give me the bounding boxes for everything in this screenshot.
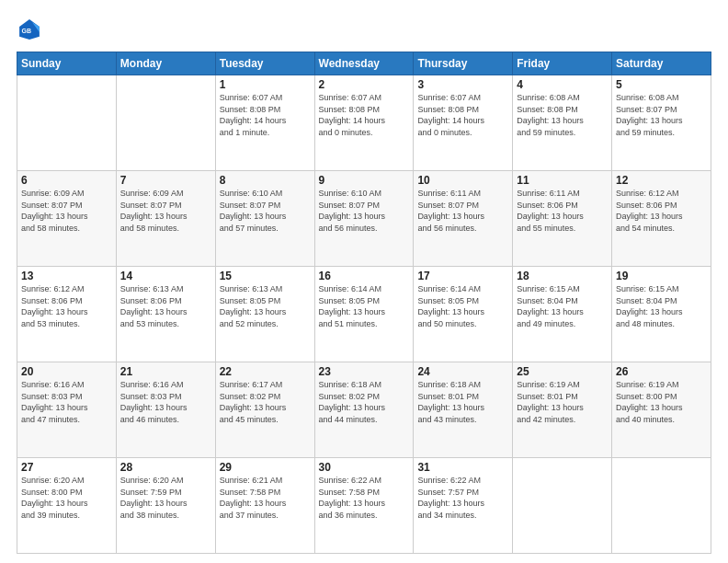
calendar-cell: 31Sunrise: 6:22 AM Sunset: 7:57 PM Dayli… bbox=[414, 458, 513, 554]
calendar-cell bbox=[612, 458, 711, 554]
calendar-cell: 6Sunrise: 6:09 AM Sunset: 8:07 PM Daylig… bbox=[17, 171, 117, 267]
calendar-cell: 8Sunrise: 6:10 AM Sunset: 8:07 PM Daylig… bbox=[215, 171, 314, 267]
day-number: 5 bbox=[616, 78, 707, 91]
calendar-cell: 1Sunrise: 6:07 AM Sunset: 8:08 PM Daylig… bbox=[215, 75, 314, 171]
day-number: 23 bbox=[319, 365, 410, 378]
cell-info: Sunrise: 6:20 AM Sunset: 8:00 PM Dayligh… bbox=[21, 475, 112, 521]
cell-info: Sunrise: 6:18 AM Sunset: 8:02 PM Dayligh… bbox=[319, 379, 410, 425]
cell-info: Sunrise: 6:22 AM Sunset: 7:58 PM Dayligh… bbox=[319, 475, 410, 521]
calendar-cell bbox=[513, 458, 612, 554]
day-number: 27 bbox=[21, 461, 112, 474]
calendar-cell: 17Sunrise: 6:14 AM Sunset: 8:05 PM Dayli… bbox=[414, 267, 513, 362]
calendar-cell: 29Sunrise: 6:21 AM Sunset: 7:58 PM Dayli… bbox=[215, 458, 314, 554]
day-number: 25 bbox=[517, 365, 608, 378]
calendar-cell: 10Sunrise: 6:11 AM Sunset: 8:07 PM Dayli… bbox=[414, 171, 513, 267]
cell-info: Sunrise: 6:22 AM Sunset: 7:57 PM Dayligh… bbox=[417, 475, 508, 521]
weekday-thursday: Thursday bbox=[414, 52, 513, 75]
day-number: 16 bbox=[319, 270, 410, 282]
cell-info: Sunrise: 6:13 AM Sunset: 8:05 PM Dayligh… bbox=[220, 283, 311, 329]
svg-text:GB: GB bbox=[21, 28, 30, 34]
cell-info: Sunrise: 6:07 AM Sunset: 8:08 PM Dayligh… bbox=[417, 92, 508, 138]
calendar-cell: 26Sunrise: 6:19 AM Sunset: 8:00 PM Dayli… bbox=[612, 362, 711, 458]
cell-info: Sunrise: 6:08 AM Sunset: 8:07 PM Dayligh… bbox=[616, 92, 707, 138]
cell-info: Sunrise: 6:15 AM Sunset: 8:04 PM Dayligh… bbox=[616, 283, 707, 329]
day-number: 7 bbox=[120, 174, 211, 187]
day-number: 13 bbox=[21, 270, 112, 282]
calendar-cell: 12Sunrise: 6:12 AM Sunset: 8:06 PM Dayli… bbox=[612, 171, 711, 267]
cell-info: Sunrise: 6:07 AM Sunset: 8:08 PM Dayligh… bbox=[220, 92, 311, 138]
day-number: 15 bbox=[220, 270, 311, 282]
cell-info: Sunrise: 6:11 AM Sunset: 8:07 PM Dayligh… bbox=[417, 188, 508, 234]
week-row-1: 1Sunrise: 6:07 AM Sunset: 8:08 PM Daylig… bbox=[17, 75, 711, 171]
day-number: 31 bbox=[417, 461, 508, 474]
logo: GB bbox=[17, 17, 46, 42]
day-number: 2 bbox=[319, 78, 410, 91]
cell-info: Sunrise: 6:08 AM Sunset: 8:08 PM Dayligh… bbox=[517, 92, 608, 138]
calendar-cell: 13Sunrise: 6:12 AM Sunset: 8:06 PM Dayli… bbox=[17, 267, 117, 362]
cell-info: Sunrise: 6:12 AM Sunset: 8:06 PM Dayligh… bbox=[21, 283, 112, 329]
week-row-2: 6Sunrise: 6:09 AM Sunset: 8:07 PM Daylig… bbox=[17, 171, 711, 267]
page: GB SundayMondayTuesdayWednesdayThursdayF… bbox=[0, 0, 728, 563]
day-number: 21 bbox=[120, 365, 211, 378]
weekday-monday: Monday bbox=[116, 52, 215, 75]
calendar-cell: 18Sunrise: 6:15 AM Sunset: 8:04 PM Dayli… bbox=[513, 267, 612, 362]
cell-info: Sunrise: 6:19 AM Sunset: 8:01 PM Dayligh… bbox=[517, 379, 608, 425]
cell-info: Sunrise: 6:07 AM Sunset: 8:08 PM Dayligh… bbox=[319, 92, 410, 138]
calendar-cell: 24Sunrise: 6:18 AM Sunset: 8:01 PM Dayli… bbox=[414, 362, 513, 458]
calendar-cell: 20Sunrise: 6:16 AM Sunset: 8:03 PM Dayli… bbox=[17, 362, 117, 458]
calendar-cell: 19Sunrise: 6:15 AM Sunset: 8:04 PM Dayli… bbox=[612, 267, 711, 362]
cell-info: Sunrise: 6:10 AM Sunset: 8:07 PM Dayligh… bbox=[220, 188, 311, 234]
day-number: 20 bbox=[21, 365, 112, 378]
day-number: 9 bbox=[319, 174, 410, 187]
weekday-tuesday: Tuesday bbox=[215, 52, 314, 75]
calendar-cell: 15Sunrise: 6:13 AM Sunset: 8:05 PM Dayli… bbox=[215, 267, 314, 362]
cell-info: Sunrise: 6:17 AM Sunset: 8:02 PM Dayligh… bbox=[220, 379, 311, 425]
day-number: 28 bbox=[120, 461, 211, 474]
weekday-wednesday: Wednesday bbox=[314, 52, 414, 75]
cell-info: Sunrise: 6:18 AM Sunset: 8:01 PM Dayligh… bbox=[417, 379, 508, 425]
calendar-cell: 27Sunrise: 6:20 AM Sunset: 8:00 PM Dayli… bbox=[17, 458, 117, 554]
calendar-cell: 9Sunrise: 6:10 AM Sunset: 8:07 PM Daylig… bbox=[314, 171, 414, 267]
cell-info: Sunrise: 6:11 AM Sunset: 8:06 PM Dayligh… bbox=[517, 188, 608, 234]
day-number: 8 bbox=[220, 174, 311, 187]
calendar-cell: 16Sunrise: 6:14 AM Sunset: 8:05 PM Dayli… bbox=[314, 267, 414, 362]
calendar-cell bbox=[17, 75, 117, 171]
cell-info: Sunrise: 6:10 AM Sunset: 8:07 PM Dayligh… bbox=[319, 188, 410, 234]
calendar-cell: 7Sunrise: 6:09 AM Sunset: 8:07 PM Daylig… bbox=[116, 171, 215, 267]
day-number: 14 bbox=[120, 270, 211, 282]
calendar-cell: 23Sunrise: 6:18 AM Sunset: 8:02 PM Dayli… bbox=[314, 362, 414, 458]
cell-info: Sunrise: 6:16 AM Sunset: 8:03 PM Dayligh… bbox=[120, 379, 211, 425]
cell-info: Sunrise: 6:16 AM Sunset: 8:03 PM Dayligh… bbox=[21, 379, 112, 425]
day-number: 24 bbox=[417, 365, 508, 378]
weekday-saturday: Saturday bbox=[612, 52, 711, 75]
cell-info: Sunrise: 6:09 AM Sunset: 8:07 PM Dayligh… bbox=[21, 188, 112, 234]
week-row-4: 20Sunrise: 6:16 AM Sunset: 8:03 PM Dayli… bbox=[17, 362, 711, 458]
calendar-cell: 25Sunrise: 6:19 AM Sunset: 8:01 PM Dayli… bbox=[513, 362, 612, 458]
day-number: 11 bbox=[517, 174, 608, 187]
calendar-cell: 11Sunrise: 6:11 AM Sunset: 8:06 PM Dayli… bbox=[513, 171, 612, 267]
cell-info: Sunrise: 6:14 AM Sunset: 8:05 PM Dayligh… bbox=[417, 283, 508, 329]
day-number: 30 bbox=[319, 461, 410, 474]
day-number: 17 bbox=[417, 270, 508, 282]
calendar-cell: 21Sunrise: 6:16 AM Sunset: 8:03 PM Dayli… bbox=[116, 362, 215, 458]
weekday-sunday: Sunday bbox=[17, 52, 117, 75]
calendar-cell: 2Sunrise: 6:07 AM Sunset: 8:08 PM Daylig… bbox=[314, 75, 414, 171]
day-number: 12 bbox=[616, 174, 707, 187]
cell-info: Sunrise: 6:12 AM Sunset: 8:06 PM Dayligh… bbox=[616, 188, 707, 234]
cell-info: Sunrise: 6:15 AM Sunset: 8:04 PM Dayligh… bbox=[517, 283, 608, 329]
weekday-header-row: SundayMondayTuesdayWednesdayThursdayFrid… bbox=[17, 52, 711, 75]
calendar-cell: 5Sunrise: 6:08 AM Sunset: 8:07 PM Daylig… bbox=[612, 75, 711, 171]
cell-info: Sunrise: 6:20 AM Sunset: 7:59 PM Dayligh… bbox=[120, 475, 211, 521]
day-number: 18 bbox=[517, 270, 608, 282]
calendar-cell: 3Sunrise: 6:07 AM Sunset: 8:08 PM Daylig… bbox=[414, 75, 513, 171]
calendar-cell: 4Sunrise: 6:08 AM Sunset: 8:08 PM Daylig… bbox=[513, 75, 612, 171]
calendar-cell bbox=[116, 75, 215, 171]
day-number: 29 bbox=[220, 461, 311, 474]
logo-icon: GB bbox=[17, 17, 42, 42]
cell-info: Sunrise: 6:19 AM Sunset: 8:00 PM Dayligh… bbox=[616, 379, 707, 425]
week-row-5: 27Sunrise: 6:20 AM Sunset: 8:00 PM Dayli… bbox=[17, 458, 711, 554]
weekday-friday: Friday bbox=[513, 52, 612, 75]
cell-info: Sunrise: 6:09 AM Sunset: 8:07 PM Dayligh… bbox=[120, 188, 211, 234]
header: GB bbox=[17, 17, 711, 42]
week-row-3: 13Sunrise: 6:12 AM Sunset: 8:06 PM Dayli… bbox=[17, 267, 711, 362]
